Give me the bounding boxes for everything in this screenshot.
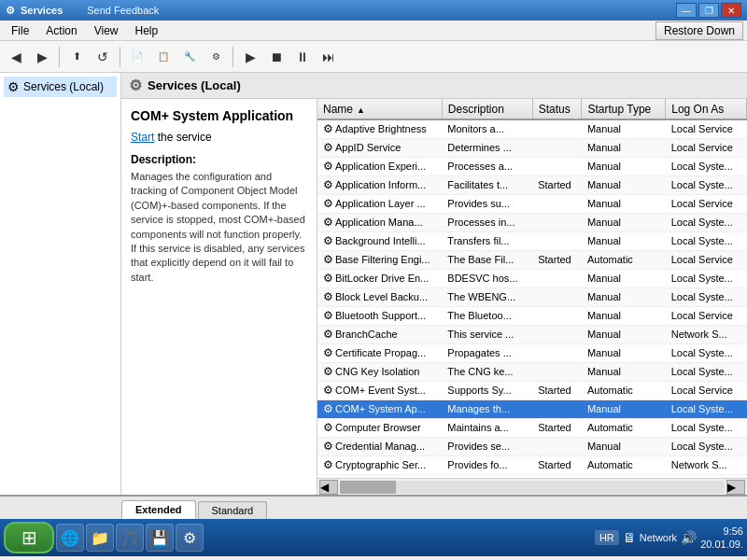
clock-time: 9:56 (700, 525, 743, 538)
taskbar-right: HR 🖥 Network 🔊 9:56 20.01.09. (595, 525, 743, 552)
table-row[interactable]: ⚙Background Intelli...Transfers fil...Ma… (317, 231, 747, 250)
cell-logon: Local Service (666, 119, 747, 138)
toolbar-icon3[interactable]: 🔧 (177, 45, 202, 69)
cell-desc: The Bluetoo... (442, 306, 532, 325)
cell-desc: BDESVC hos... (442, 269, 532, 287)
table-row[interactable]: ⚙Computer BrowserMaintains a...StartedAu… (317, 418, 747, 437)
scroll-track[interactable] (340, 481, 725, 494)
row-icon: ⚙ (323, 253, 333, 266)
table-row[interactable]: ⚙COM+ System Ap...Manages th...ManualLoc… (317, 399, 747, 418)
cell-startup: Manual (582, 175, 666, 194)
table-row[interactable]: ⚙Application Experi...Processes a...Manu… (317, 157, 747, 175)
volume-icon[interactable]: 🔊 (681, 530, 697, 545)
title-bar-left: ⚙ Services Send Feedback (6, 5, 159, 17)
cell-desc: Manages th... (442, 399, 532, 418)
taskbar-icon-ie[interactable]: 🌐 (56, 524, 84, 552)
cell-name: ⚙BitLocker Drive En... (317, 269, 442, 287)
cell-logon: Local Service (666, 194, 747, 213)
restore-down-button[interactable]: Restore Down (655, 21, 743, 40)
taskbar-icon-explorer[interactable]: 📁 (86, 524, 114, 552)
table-row[interactable]: ⚙Application Layer ...Provides su...Manu… (317, 194, 747, 213)
desc-label: Description: (131, 153, 307, 166)
table-row[interactable]: ⚙BranchCacheThis service ...ManualNetwor… (317, 325, 747, 343)
table-row[interactable]: ⚙BitLocker Drive En...BDESVC hos...Manua… (317, 269, 747, 287)
toolbar-back[interactable]: ◀ (4, 45, 28, 69)
menu-view[interactable]: View (87, 22, 126, 39)
scroll-left-btn[interactable]: ◀ (319, 480, 338, 495)
toolbar-stop[interactable]: ⏹ (264, 45, 289, 69)
horizontal-scrollbar[interactable]: ◀ ▶ (317, 478, 747, 495)
cell-startup: Manual (582, 343, 666, 362)
table-row[interactable]: ⚙Application Inform...Facilitates t...St… (317, 175, 747, 194)
table-row[interactable]: ⚙Bluetooth Support...The Bluetoo...Manua… (317, 306, 747, 325)
row-icon: ⚙ (323, 365, 333, 378)
minimize-button[interactable]: — (676, 3, 697, 18)
toolbar-refresh[interactable]: ↺ (91, 45, 115, 69)
toolbar-pause[interactable]: ⏸ (290, 45, 315, 69)
table-row[interactable]: ⚙AppID ServiceDetermines ...ManualLocal … (317, 138, 747, 157)
col-description[interactable]: Description (442, 99, 532, 119)
table-row[interactable]: ⚙Block Level Backu...The WBENG...ManualL… (317, 287, 747, 306)
menu-file[interactable]: File (4, 22, 36, 39)
main-area: ⚙ Services (Local) ⚙ Services (Local) CO… (0, 73, 747, 495)
services-icon: ⚙ (7, 79, 20, 94)
menu-help[interactable]: Help (128, 22, 166, 39)
toolbar-play[interactable]: ▶ (238, 45, 262, 69)
table-row[interactable]: ⚙COM+ Event Syst...Supports Sy...Started… (317, 381, 747, 399)
row-icon: ⚙ (323, 440, 333, 453)
toolbar-forward[interactable]: ▶ (30, 45, 54, 69)
menu-action[interactable]: Action (38, 22, 84, 39)
restore-button[interactable]: ❐ (698, 3, 719, 18)
table-row[interactable]: ⚙Application Mana...Processes in...Manua… (317, 213, 747, 231)
cell-name: ⚙Adaptive Brightness (317, 119, 442, 138)
row-icon: ⚙ (323, 290, 333, 303)
toolbar-icon1[interactable]: 📄 (125, 45, 149, 69)
cell-status (532, 287, 582, 306)
col-status[interactable]: Status (532, 99, 582, 119)
col-logon[interactable]: Log On As (666, 99, 747, 119)
close-button[interactable]: ✕ (721, 3, 741, 18)
scroll-thumb[interactable] (340, 481, 396, 494)
taskbar-icon-settings[interactable]: ⚙ (176, 524, 204, 552)
taskbar-icon-media[interactable]: 🎵 (116, 524, 144, 552)
table-row[interactable]: ⚙Cryptographic Ser...Provides fo...Start… (317, 455, 747, 474)
toolbar-icon2[interactable]: 📋 (151, 45, 176, 69)
scroll-right-btn[interactable]: ▶ (726, 480, 745, 495)
col-name[interactable]: Name▲ (317, 99, 442, 119)
panel-header-title: Services (Local) (148, 78, 241, 92)
toolbar-up[interactable]: ⬆ (64, 45, 89, 69)
toolbar-next[interactable]: ⏭ (317, 45, 341, 69)
row-icon: ⚙ (323, 160, 333, 173)
cell-status (532, 194, 582, 213)
table-row[interactable]: ⚙Certificate Propag...Propagates ...Manu… (317, 343, 747, 362)
service-title: COM+ System Application (131, 108, 307, 123)
cell-status (532, 231, 582, 250)
cell-desc: Supports Sy... (442, 381, 532, 399)
table-scroll[interactable]: Name▲ Description Status Startup Type Lo… (317, 99, 747, 478)
start-service-link[interactable]: Start (131, 131, 154, 144)
table-row[interactable]: ⚙Base Filtering Engi...The Base Fil...St… (317, 250, 747, 269)
feedback-link[interactable]: Send Feedback (87, 5, 159, 16)
toolbar-icon4[interactable]: ⚙ (204, 45, 228, 69)
cell-logon: Local Syste... (666, 437, 747, 455)
col-startup[interactable]: Startup Type (582, 99, 666, 119)
taskbar-icon-device[interactable]: 💾 (146, 524, 174, 552)
cell-startup: Automatic (582, 250, 666, 269)
start-button[interactable]: ⊞ (4, 522, 54, 553)
cell-status (532, 119, 582, 138)
tab-extended[interactable]: Extended (121, 500, 196, 519)
services-local-item[interactable]: ⚙ Services (Local) (4, 77, 117, 97)
toolbar-sep2 (120, 47, 120, 67)
cell-status (532, 362, 582, 381)
row-icon: ⚙ (323, 309, 333, 322)
table-row[interactable]: ⚙Adaptive BrightnessMonitors a...ManualL… (317, 119, 747, 138)
cell-status (532, 343, 582, 362)
cell-logon: Network S... (666, 325, 747, 343)
clock[interactable]: 9:56 20.01.09. (700, 525, 743, 552)
table-row[interactable]: ⚙CNG Key IsolationThe CNG ke...ManualLoc… (317, 362, 747, 381)
cell-desc: The CNG ke... (442, 362, 532, 381)
tab-standard[interactable]: Standard (198, 501, 268, 519)
cell-status (532, 138, 582, 157)
table-row[interactable]: ⚙Credential Manag...Provides se...Manual… (317, 437, 747, 455)
cell-status: Started (532, 455, 582, 474)
